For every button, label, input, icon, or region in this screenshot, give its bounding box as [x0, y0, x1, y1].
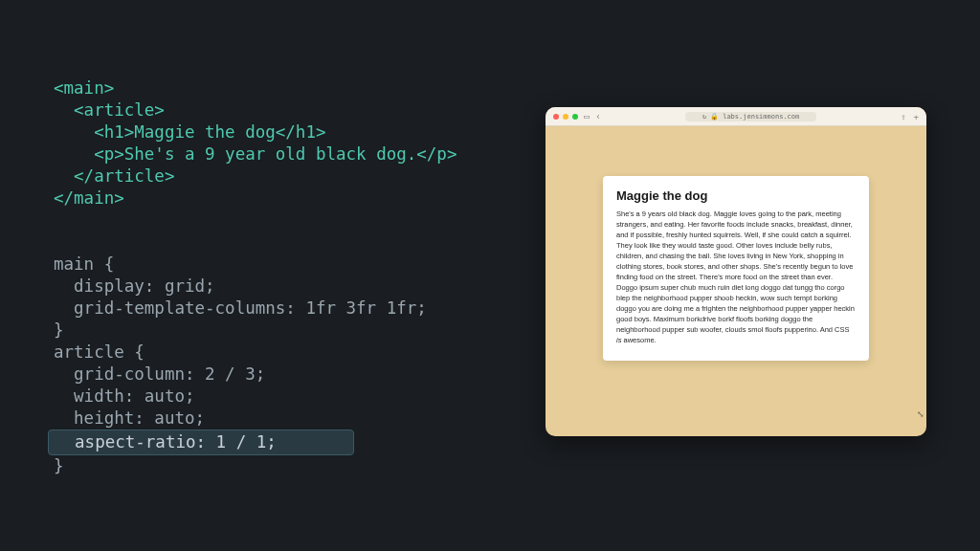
code-pane: <main> <article> <h1>Maggie the dog</h1>… [54, 55, 457, 477]
article-card: Maggie the dog She's a 9 years old black… [603, 176, 869, 361]
card-paragraph: She's a 9 years old black dog. Maggie lo… [616, 209, 856, 345]
back-icon[interactable]: ‹ [595, 111, 601, 121]
browser-viewport: Maggie the dog She's a 9 years old black… [546, 126, 926, 361]
code-line: <main> [54, 78, 114, 98]
code-line: article { [54, 342, 145, 362]
minimize-icon[interactable] [563, 114, 568, 120]
code-line: grid-template-columns: 1fr 3fr 1fr; [54, 298, 427, 318]
code-line: width: auto; [54, 386, 195, 406]
code-line: </article> [54, 166, 174, 186]
window-controls[interactable] [553, 114, 578, 120]
code-line: height: auto; [54, 408, 205, 428]
code-line: } [54, 456, 64, 475]
close-icon[interactable] [553, 114, 559, 120]
code-line: <article> [54, 100, 165, 120]
sidebar-icon[interactable]: ▭ [584, 111, 590, 121]
code-line: grid-column: 2 / 3; [54, 364, 265, 384]
code-line: } [54, 320, 64, 340]
code-line: main { [54, 254, 114, 274]
browser-window: ▭ ‹ ↻ 🔒 labs.jensimmons.com ⇧ + Maggie t… [546, 107, 926, 436]
new-tab-icon[interactable]: + [914, 112, 919, 121]
resize-handle-icon[interactable]: ⤡ [917, 409, 924, 419]
lock-icon: 🔒 [710, 113, 719, 121]
browser-chrome: ▭ ‹ ↻ 🔒 labs.jensimmons.com ⇧ + [546, 107, 926, 126]
address-bar[interactable]: ↻ 🔒 labs.jensimmons.com [607, 112, 895, 121]
code-line: <h1>Maggie the dog</h1> [54, 122, 325, 142]
code-line: display: grid; [54, 276, 215, 296]
reload-icon[interactable]: ↻ [702, 113, 706, 121]
code-line: <p>She's a 9 year old black dog.</p> [54, 144, 457, 164]
card-title: Maggie the dog [616, 188, 856, 203]
url-host: labs.jensimmons.com [723, 113, 799, 121]
code-line: </main> [54, 188, 124, 208]
share-icon[interactable]: ⇧ [901, 112, 905, 121]
zoom-icon[interactable] [572, 114, 578, 120]
highlighted-code-line: aspect-ratio: 1 / 1; [48, 430, 354, 455]
